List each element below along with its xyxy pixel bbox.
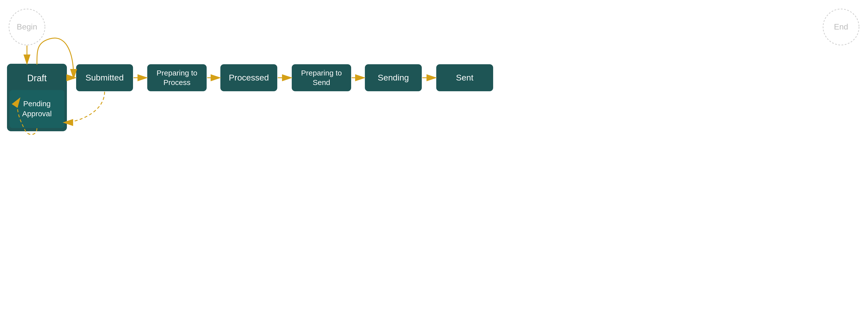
prep-send-text1: Preparing to: [301, 69, 342, 77]
processed-text: Processed: [229, 73, 269, 82]
pending-text2: Approval: [22, 110, 52, 118]
prep-process-text1: Preparing to: [156, 69, 197, 77]
prep-send-text2: Send: [313, 78, 330, 86]
workflow-diagram: Begin End Draft Pending Approval Submitt…: [0, 0, 868, 165]
draft-text: Draft: [27, 73, 47, 83]
prep-send-box: [292, 64, 351, 91]
prep-process-box: [147, 64, 207, 91]
sent-text: Sent: [456, 73, 473, 82]
begin-text: Begin: [17, 22, 37, 31]
end-text: End: [834, 22, 848, 31]
submitted-text: Submitted: [85, 73, 124, 82]
prep-process-text2: Process: [163, 78, 190, 86]
sending-text: Sending: [378, 73, 409, 82]
pending-box: [9, 90, 64, 128]
pending-text1: Pending: [23, 100, 51, 108]
arr-dotted-submitted-pending: [64, 92, 104, 122]
